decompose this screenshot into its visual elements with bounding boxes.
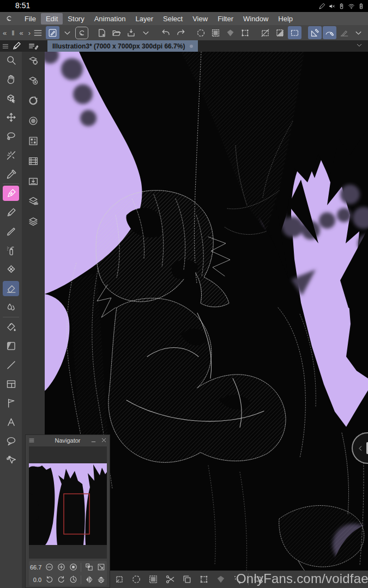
navigator-menu-hamburger-icon[interactable] bbox=[28, 437, 35, 444]
new-canvas-button[interactable] bbox=[95, 26, 108, 39]
panel-collapse-controls[interactable]: «‖«› bbox=[0, 29, 31, 37]
color-set-palette[interactable] bbox=[26, 134, 41, 148]
panel-collapse-glyph-0[interactable]: « bbox=[3, 29, 7, 37]
cut-selection-button[interactable] bbox=[164, 573, 176, 585]
menu-story[interactable]: Story bbox=[63, 13, 89, 24]
menu-select[interactable]: Select bbox=[158, 13, 188, 24]
text-tool[interactable] bbox=[3, 414, 19, 430]
scale-rotate-button[interactable] bbox=[238, 26, 252, 39]
save-menu-expand-button[interactable] bbox=[139, 26, 153, 39]
toolbar-overflow-button[interactable] bbox=[352, 26, 365, 39]
blend-tool[interactable] bbox=[3, 300, 19, 315]
navigator-fit-circle-button[interactable] bbox=[67, 562, 79, 573]
select-layer-pixels-button[interactable] bbox=[209, 26, 222, 39]
figure-tool[interactable] bbox=[3, 357, 19, 372]
navigator-plus-circle-button[interactable] bbox=[55, 562, 67, 573]
tool-sidebar bbox=[0, 40, 22, 588]
balloon-tool[interactable] bbox=[3, 433, 19, 449]
auto-select-tool[interactable] bbox=[3, 148, 19, 163]
fill-selection-button[interactable] bbox=[224, 26, 237, 39]
eraser-tool[interactable] bbox=[3, 281, 19, 296]
line-correction-tool[interactable] bbox=[3, 452, 19, 468]
navigator-minimize-button[interactable] bbox=[90, 437, 97, 444]
layer-palette[interactable] bbox=[26, 215, 41, 228]
invert-selection-button[interactable] bbox=[273, 26, 287, 39]
minimize-icon bbox=[90, 437, 97, 444]
material-palette[interactable] bbox=[26, 174, 41, 188]
fill-selection-button[interactable] bbox=[214, 573, 227, 585]
navigator-flip-v-button[interactable] bbox=[95, 574, 107, 585]
navigator-rotate-cw-button[interactable] bbox=[55, 574, 67, 585]
airbrush-tool[interactable] bbox=[3, 243, 19, 258]
layer-property-palette[interactable] bbox=[26, 194, 41, 208]
pencil-tool[interactable] bbox=[3, 205, 19, 220]
selection-tool[interactable] bbox=[3, 128, 19, 144]
navigator-minus-circle-button[interactable] bbox=[43, 562, 55, 573]
menu-edit[interactable]: Edit bbox=[41, 13, 63, 24]
save-file-button[interactable] bbox=[124, 26, 138, 39]
spinner-icon bbox=[196, 28, 206, 38]
select-layer-pixels-button[interactable] bbox=[147, 573, 159, 585]
menu-view[interactable]: View bbox=[188, 13, 213, 24]
tool-sidebar-header[interactable] bbox=[2, 41, 22, 51]
canvas-tab[interactable]: Illustration3* (7000 x 7000px 300dpi 66.… bbox=[47, 40, 198, 52]
panel-collapse-glyph-2[interactable]: « bbox=[20, 29, 23, 37]
copy-paste-button[interactable] bbox=[180, 573, 193, 585]
ruler-tool[interactable] bbox=[3, 395, 19, 411]
frame-border-tool[interactable] bbox=[3, 376, 19, 391]
navigator-close-button[interactable] bbox=[100, 437, 107, 444]
clip-studio-logo-icon[interactable] bbox=[4, 14, 14, 23]
snap-to-ruler-button[interactable] bbox=[308, 26, 322, 39]
csp-logo-icon bbox=[77, 28, 87, 38]
menu-layer[interactable]: Layer bbox=[131, 13, 159, 24]
object-tool[interactable] bbox=[3, 90, 19, 106]
menu-file[interactable]: File bbox=[20, 13, 41, 24]
navigator-fit-screen-button[interactable] bbox=[83, 562, 95, 573]
decoration-tool[interactable] bbox=[3, 262, 19, 277]
selection-progress-button[interactable] bbox=[194, 26, 208, 39]
menu-window[interactable]: Window bbox=[238, 13, 273, 24]
sub-tool-palette[interactable] bbox=[26, 53, 41, 67]
snap-to-guide-button[interactable] bbox=[337, 26, 351, 39]
deselect-button[interactable] bbox=[258, 26, 272, 39]
tool-shortcut-expand-button[interactable] bbox=[61, 26, 74, 39]
panel-collapse-glyph-1[interactable]: ‖ bbox=[11, 29, 14, 37]
color-wheel-palette[interactable] bbox=[26, 114, 41, 127]
clip-studio-button-button[interactable] bbox=[75, 27, 88, 39]
navigator-titlebar[interactable]: Navigator bbox=[26, 435, 110, 445]
undo-button[interactable] bbox=[159, 26, 173, 39]
scale-rotate-button[interactable] bbox=[197, 573, 210, 585]
menu-animation[interactable]: Animation bbox=[89, 13, 131, 24]
tool-property-palette[interactable] bbox=[26, 74, 41, 87]
selection-launcher-mini-button[interactable] bbox=[113, 573, 125, 585]
navigator-rotate-reset-button[interactable] bbox=[67, 574, 79, 585]
selection-launcher-button[interactable] bbox=[288, 26, 301, 39]
undo-icon bbox=[161, 28, 171, 38]
navigator-flip-h-button[interactable] bbox=[83, 574, 95, 585]
pen-tool[interactable] bbox=[3, 186, 19, 201]
redo-button[interactable] bbox=[174, 26, 188, 39]
selection-progress-button[interactable] bbox=[130, 573, 142, 585]
gradient-tool[interactable] bbox=[3, 338, 19, 353]
hand-tool[interactable] bbox=[3, 71, 19, 87]
snap-to-special-ruler-button[interactable] bbox=[323, 26, 336, 39]
brush-size-palette[interactable] bbox=[26, 94, 41, 107]
brush-tool[interactable] bbox=[3, 224, 19, 239]
zoom-tool[interactable] bbox=[3, 52, 19, 68]
pen-box-icon bbox=[47, 28, 58, 38]
main-menu-button[interactable] bbox=[31, 26, 45, 39]
timeline-palette[interactable] bbox=[26, 154, 41, 168]
navigator-thumbnail[interactable] bbox=[29, 446, 107, 559]
menu-help[interactable]: Help bbox=[273, 13, 298, 24]
open-file-button[interactable] bbox=[110, 26, 123, 39]
menu-filter[interactable]: Filter bbox=[213, 13, 238, 24]
select-pixels-icon bbox=[148, 574, 159, 585]
fill-tool[interactable] bbox=[3, 319, 19, 334]
move-layer-tool[interactable] bbox=[3, 109, 19, 125]
navigator-fit-actual-button[interactable] bbox=[95, 562, 107, 573]
eyedropper-tool[interactable] bbox=[3, 167, 19, 182]
palette-sidebar-header[interactable] bbox=[27, 40, 39, 53]
navigator-rotate-ccw-button[interactable] bbox=[43, 574, 55, 585]
tab-overflow-chevron-down-icon[interactable] bbox=[355, 41, 364, 50]
current-tool-shortcut-button[interactable] bbox=[46, 26, 59, 39]
